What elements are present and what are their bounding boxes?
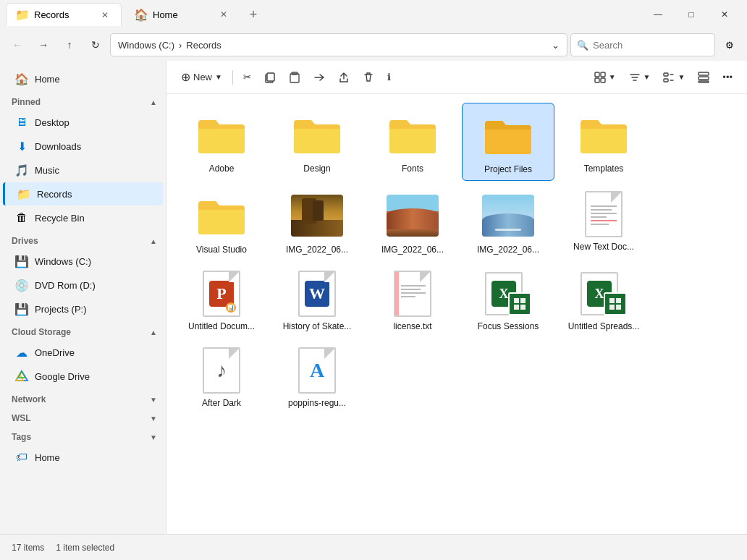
- file-label-adobe: Adobe: [209, 164, 235, 174]
- tab-records[interactable]: 📁 Records ✕: [6, 3, 122, 26]
- copy-button[interactable]: [258, 66, 282, 89]
- up-button[interactable]: ↑: [58, 33, 81, 56]
- windows-c-icon: 💾: [14, 254, 29, 268]
- file-item-img3[interactable]: IMG_2022_06...: [462, 184, 554, 260]
- share-button[interactable]: [332, 66, 355, 89]
- file-label-ppt: Untitled Docum...: [188, 321, 255, 331]
- sidebar-downloads-label: Downloads: [35, 141, 138, 152]
- sidebar-item-gdrive[interactable]: Google Drive: [3, 365, 163, 388]
- layout-toggle-button[interactable]: [692, 66, 715, 89]
- sidebar-item-records[interactable]: 📁 Records 📌: [3, 182, 163, 205]
- path-arrow-1: ›: [179, 40, 182, 51]
- search-bar: 🔍: [570, 33, 715, 56]
- new-tab-button[interactable]: +: [243, 4, 263, 25]
- refresh-button[interactable]: ↻: [84, 33, 107, 56]
- cut-button[interactable]: ✂: [237, 66, 257, 89]
- ppt-file-icon: P 📊: [195, 269, 248, 318]
- sidebar-item-music[interactable]: 🎵 Music 📌: [3, 158, 163, 182]
- file-item-templates[interactable]: Templates: [557, 103, 650, 181]
- path-dropdown-icon[interactable]: ⌄: [552, 40, 560, 51]
- font-file-icon: A: [291, 346, 343, 395]
- svg-rect-8: [601, 72, 605, 77]
- sidebar-item-downloads[interactable]: ⬇ Downloads 📌: [3, 135, 163, 158]
- sidebar-section-tags[interactable]: Tags ▼: [0, 426, 166, 445]
- sidebar-section-wsl[interactable]: WSL ▼: [0, 407, 166, 426]
- sidebar-item-dvd-d[interactable]: 💿 DVD Rom (D:): [3, 273, 163, 297]
- image-icon-img3: [482, 190, 534, 242]
- path-bar[interactable]: Windows (C:) › Records ⌄: [110, 33, 567, 56]
- file-item-img2[interactable]: IMG_2022_06...: [366, 184, 459, 260]
- file-item-img1[interactable]: IMG_2022_06...: [271, 184, 363, 260]
- folder-icon-fonts: [387, 109, 439, 161]
- file-item-word[interactable]: W History of Skate...: [271, 263, 363, 337]
- tab-records-close[interactable]: ✕: [98, 8, 112, 22]
- file-item-license[interactable]: license.txt: [366, 263, 459, 337]
- sidebar-item-onedrive[interactable]: ☁ OneDrive: [3, 341, 163, 364]
- sidebar-tag-home-label: Home: [35, 452, 154, 463]
- sidebar-item-desktop[interactable]: 🖥 Desktop 📌: [3, 111, 163, 134]
- wsl-section-arrow: ▼: [150, 415, 157, 423]
- path-segment-1: Windows (C:): [118, 40, 174, 51]
- file-item-ppt[interactable]: P 📊 Untitled Docum...: [175, 263, 268, 337]
- file-item-visual-studio[interactable]: Visual Studio: [175, 184, 268, 260]
- file-label-fonts: Fonts: [402, 164, 423, 174]
- sidebar-section-network[interactable]: Network ▼: [0, 389, 166, 407]
- tags-section-arrow: ▼: [150, 433, 157, 441]
- paste-button[interactable]: [283, 66, 306, 89]
- tags-section-label: Tags: [12, 432, 150, 442]
- cloud-section-arrow: ▲: [150, 328, 157, 336]
- file-item-spreadsheet[interactable]: X Untitled Spreads...: [557, 263, 650, 337]
- sort-button[interactable]: ▼: [623, 66, 657, 89]
- minimize-button[interactable]: —: [641, 3, 675, 26]
- file-item-design[interactable]: Design: [271, 103, 363, 181]
- txt-file-icon: [578, 190, 630, 239]
- sidebar-item-windows-c[interactable]: 💾 Windows (C:): [3, 250, 163, 273]
- sidebar-section-drives[interactable]: Drives ▲: [0, 230, 166, 249]
- file-item-project-files[interactable]: Project Files: [462, 103, 554, 181]
- close-button[interactable]: ✕: [708, 3, 741, 26]
- view-button[interactable]: ▼: [588, 66, 622, 89]
- forward-button[interactable]: →: [32, 33, 55, 56]
- tab-home[interactable]: 🏠 Home ✕: [124, 3, 240, 26]
- downloads-icon: ⬇: [14, 139, 29, 153]
- folder-icon-design: [291, 109, 343, 161]
- file-item-after-dark[interactable]: ♪ After Dark: [175, 340, 268, 414]
- details-button[interactable]: ℹ: [381, 66, 397, 89]
- sidebar-item-tag-home[interactable]: 🏷 Home: [3, 446, 163, 469]
- file-item-adobe[interactable]: Adobe: [175, 103, 268, 181]
- license-file-icon: [387, 269, 439, 318]
- file-label-img1: IMG_2022_06...: [286, 245, 348, 255]
- sidebar: 🏠 Home Pinned ▲ 🖥 Desktop 📌 ⬇ Downloads …: [0, 61, 166, 534]
- file-item-font[interactable]: A poppins-regu...: [271, 340, 363, 414]
- group-button[interactable]: ▼: [657, 66, 691, 89]
- image-icon-img2: [387, 190, 439, 242]
- file-item-new-text[interactable]: New Text Doc...: [557, 184, 650, 260]
- search-settings-button[interactable]: ⚙: [718, 33, 741, 56]
- file-label-design: Design: [303, 164, 330, 174]
- file-item-focus-sessions[interactable]: X Focus Sessions: [462, 263, 554, 337]
- more-options-button[interactable]: •••: [717, 66, 738, 89]
- maximize-button[interactable]: □: [675, 3, 708, 26]
- file-label-license: license.txt: [393, 321, 431, 331]
- sidebar-item-projects-p[interactable]: 💾 Projects (P:): [3, 297, 163, 321]
- file-label-new-text: New Text Doc...: [573, 242, 634, 252]
- new-button[interactable]: ⊕ New ▼: [175, 66, 228, 89]
- sidebar-item-home[interactable]: 🏠 Home: [3, 67, 163, 90]
- file-label-spreadsheet: Untitled Spreads...: [568, 321, 640, 331]
- move-button[interactable]: [308, 66, 331, 89]
- drives-section-arrow: ▲: [150, 237, 157, 245]
- sidebar-item-recycle[interactable]: 🗑 Recycle Bin 📌: [3, 206, 163, 229]
- items-count: 17 items: [12, 543, 44, 553]
- back-button[interactable]: ←: [6, 33, 29, 56]
- sidebar-records-label: Records: [37, 189, 138, 200]
- delete-button[interactable]: [357, 66, 380, 89]
- gdrive-icon: [14, 369, 29, 383]
- tab-home-close[interactable]: ✕: [216, 7, 231, 22]
- sidebar-section-pinned[interactable]: Pinned ▲: [0, 91, 166, 110]
- file-item-fonts[interactable]: Fonts: [366, 103, 459, 181]
- sidebar-section-cloud[interactable]: Cloud Storage ▲: [0, 321, 166, 340]
- file-label-word: History of Skate...: [283, 321, 352, 331]
- search-input[interactable]: [593, 40, 714, 51]
- file-label-project-files: Project Files: [484, 164, 532, 174]
- sidebar-projects-label: Projects (P:): [35, 304, 154, 315]
